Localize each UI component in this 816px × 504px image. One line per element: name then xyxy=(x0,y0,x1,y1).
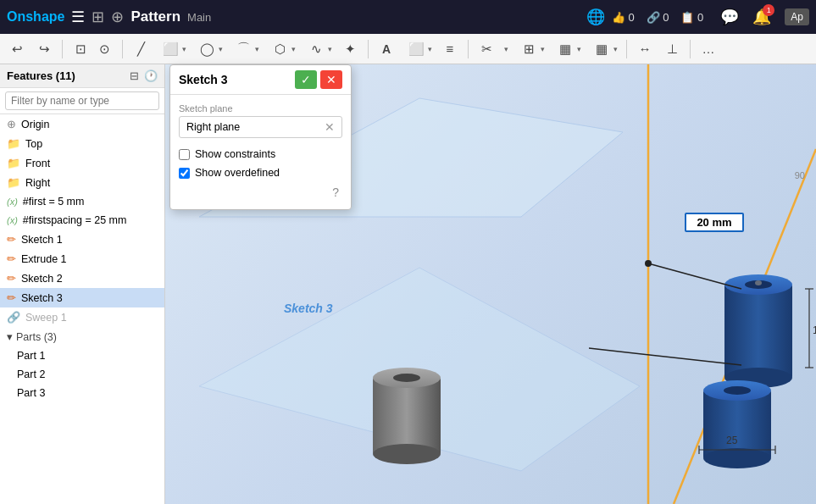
poly-arrow: ▾ xyxy=(291,45,296,53)
arc-button[interactable]: ⌒ xyxy=(231,37,255,61)
hamburger-icon[interactable]: ☰ xyxy=(71,8,85,26)
filter-icon[interactable]: ⊞ xyxy=(92,8,104,26)
add-icon[interactable]: ⊕ xyxy=(111,8,124,26)
comment-icon[interactable]: 💬 xyxy=(720,8,739,26)
svg-point-15 xyxy=(703,448,771,468)
feature-item-sketch3[interactable]: ✏ Sketch 3 xyxy=(0,288,164,307)
circle-button[interactable]: ◯ xyxy=(195,37,219,61)
pattern2d-dropdown[interactable]: ⊞ ▾ xyxy=(514,36,547,63)
notification-icon[interactable]: 🔔 1 xyxy=(752,8,771,26)
feature-item-extrude1[interactable]: ✏ Extrude 1 xyxy=(0,249,164,269)
arc-dropdown[interactable]: ⌒ ▾ xyxy=(229,36,262,63)
history-icon[interactable]: 🕐 xyxy=(144,69,158,82)
globe-icon[interactable]: 🌐 xyxy=(586,8,605,26)
brand-logo[interactable]: Onshape xyxy=(7,9,64,25)
section-button[interactable]: ⊙ xyxy=(92,37,116,61)
svg-line-19 xyxy=(589,348,741,365)
feature-label-first: #first = 5 mm xyxy=(23,196,85,208)
trim-dropdown[interactable]: ▾ xyxy=(502,43,511,55)
toolbar-divider-6 xyxy=(690,40,691,58)
trim-button[interactable]: ✂ xyxy=(475,37,498,61)
circle-arrow: ▾ xyxy=(219,45,223,53)
feature-item-sweep1[interactable]: 🔗 Sweep 1 xyxy=(0,307,164,327)
sketch-ok-button[interactable]: ✓ xyxy=(295,70,317,89)
feature-item-front[interactable]: 📁 Front xyxy=(0,153,164,173)
link-button[interactable]: 🔗 0 xyxy=(647,11,669,24)
more-button[interactable]: … xyxy=(697,37,720,61)
offset-dropdown[interactable]: ⬜ ▾ xyxy=(402,36,435,63)
mirror-dropdown[interactable]: ▦ ▾ xyxy=(587,36,620,63)
feature-item-firstspacing[interactable]: (x) #firstspacing = 25 mm xyxy=(0,211,164,230)
show-overdefined-label[interactable]: Show overdefined xyxy=(195,167,280,179)
circle-dropdown[interactable]: ◯ ▾ xyxy=(192,36,225,63)
feature-item-part1[interactable]: Part 1 xyxy=(0,346,164,365)
sketch-icon-2: ✏ xyxy=(7,272,16,285)
offset-button[interactable]: ⬜ xyxy=(404,37,428,61)
features-panel: Features (11) ⊟ 🕐 ⊕ Origin 📁 Top 📁 F xyxy=(0,64,165,504)
grid-button[interactable]: ▦ xyxy=(553,37,577,61)
grid-dropdown[interactable]: ▦ ▾ xyxy=(551,36,584,63)
text-button[interactable]: A xyxy=(375,37,398,61)
like-button[interactable]: 👍 0 xyxy=(612,11,635,24)
feature-label-top: Top xyxy=(25,138,42,150)
pattern2d-arrow: ▾ xyxy=(541,45,545,53)
svg-point-13 xyxy=(755,280,762,285)
document-title: Pattern xyxy=(130,8,180,25)
show-overdefined-checkbox[interactable] xyxy=(179,168,190,179)
feature-item-part3[interactable]: Part 3 xyxy=(0,384,164,402)
feature-item-origin[interactable]: ⊕ Origin xyxy=(0,114,164,134)
filter-box xyxy=(0,88,164,114)
svg-point-6 xyxy=(373,444,441,464)
rectangle-button[interactable]: ⬜ xyxy=(158,37,182,61)
feature-item-top[interactable]: 📁 Top xyxy=(0,134,164,153)
svg-point-8 xyxy=(393,374,420,382)
shape-arrow: ▾ xyxy=(182,45,186,53)
toolbar-divider-1 xyxy=(62,40,63,58)
parts-section-header[interactable]: ▾ Parts (3) xyxy=(0,327,164,346)
undo-button[interactable]: ↩ xyxy=(5,37,29,61)
feature-item-right[interactable]: 📁 Right xyxy=(0,173,164,192)
features-title: Features (11) xyxy=(7,69,75,82)
show-constraints-label[interactable]: Show constraints xyxy=(195,148,275,160)
plane-field-value[interactable]: Right plane ✕ xyxy=(179,116,342,138)
top-icons: 👍 0 🔗 0 📋 0 xyxy=(612,11,704,24)
grid-arrow: ▾ xyxy=(577,45,581,53)
feature-item-sketch2[interactable]: ✏ Sketch 2 xyxy=(0,269,164,288)
feature-label-right: Right xyxy=(25,177,50,189)
feature-label-sketch2: Sketch 2 xyxy=(21,273,63,285)
feature-item-first[interactable]: (x) #first = 5 mm xyxy=(0,192,164,211)
equal-button[interactable]: ≡ xyxy=(438,37,462,61)
poly-dropdown[interactable]: ⬡ ▾ xyxy=(265,36,298,63)
copy-button[interactable]: 📋 0 xyxy=(680,11,703,24)
show-constraints-checkbox[interactable] xyxy=(179,149,190,160)
point-button[interactable]: ✦ xyxy=(338,37,362,61)
toolbar: ↩ ↪ ⊡ ⊙ ╱ ⬜ ▾ ◯ ▾ ⌒ ▾ ⬡ ▾ ∿ ▾ ✦ A ⬜ ▾ ≡ … xyxy=(0,34,816,64)
var-icon-firstspacing: (x) xyxy=(7,215,18,225)
polygon-button[interactable]: ⬡ xyxy=(268,37,291,61)
feature-label-firstspacing: #firstspacing = 25 mm xyxy=(23,214,127,226)
feature-label-part2: Part 2 xyxy=(17,368,45,380)
redo-button[interactable]: ↪ xyxy=(32,37,56,61)
pattern2d-button[interactable]: ⊞ xyxy=(517,37,541,61)
plane-clear-icon[interactable]: ✕ xyxy=(325,120,335,134)
constraint-button[interactable]: ⊥ xyxy=(660,37,684,61)
main-area: Features (11) ⊟ 🕐 ⊕ Origin 📁 Top 📁 F xyxy=(0,64,816,504)
line-button[interactable]: ╱ xyxy=(129,37,153,61)
spline-button[interactable]: ∿ xyxy=(304,37,328,61)
feature-item-sketch1[interactable]: ✏ Sketch 1 xyxy=(0,230,164,249)
assembly-button[interactable]: ⊡ xyxy=(69,37,92,61)
spline-dropdown[interactable]: ∿ ▾ xyxy=(302,36,335,63)
help-icon[interactable]: ? xyxy=(179,182,342,201)
sweep-icon-1: 🔗 xyxy=(7,311,20,324)
parts-collapse-icon: ▾ xyxy=(7,330,13,343)
folder-icon-front: 📁 xyxy=(7,157,20,169)
dimension-button[interactable]: ↔ xyxy=(633,37,657,61)
filter-input[interactable] xyxy=(5,91,159,110)
collapse-icon[interactable]: ⊟ xyxy=(130,69,139,82)
feature-item-part2[interactable]: Part 2 xyxy=(0,365,164,384)
app-menu-button[interactable]: Ap xyxy=(785,8,809,25)
mirror-button[interactable]: ▦ xyxy=(590,37,613,61)
dimension-input[interactable] xyxy=(685,213,744,232)
shape-dropdown[interactable]: ⬜ ▾ xyxy=(156,36,189,63)
sketch-cancel-button[interactable]: ✕ xyxy=(320,70,342,89)
